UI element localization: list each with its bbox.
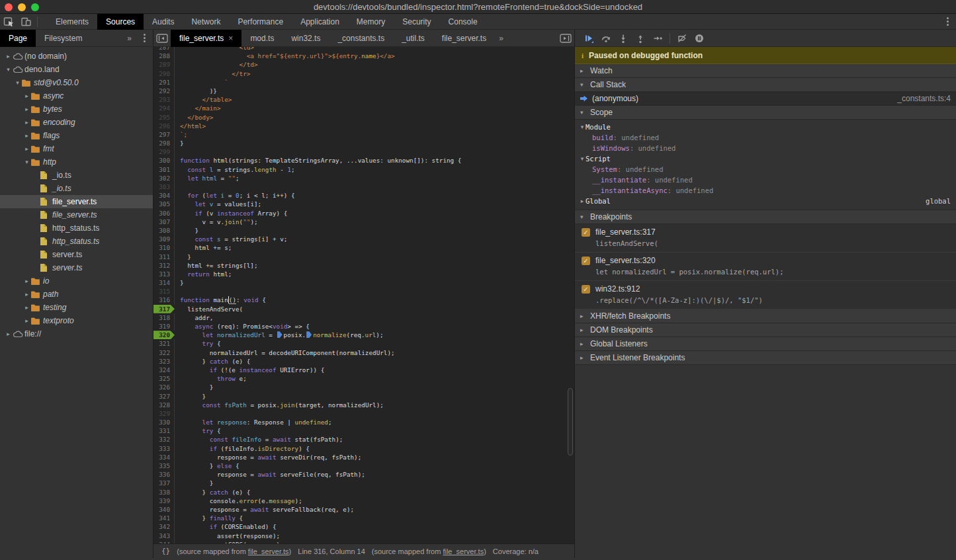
code-line-text[interactable]: } catch (e) { <box>175 488 250 497</box>
navigator-more-tabs-icon[interactable]: » <box>123 34 136 43</box>
editor-more-tabs-icon[interactable]: » <box>495 34 507 43</box>
line-number[interactable]: 334 <box>153 453 175 461</box>
code-line-text[interactable]: } <box>175 479 213 487</box>
line-number[interactable]: 300 <box>153 156 175 165</box>
code-line[interactable]: 325 throw e; <box>153 374 566 383</box>
tree-item-server.ts[interactable]: server.ts <box>0 248 153 261</box>
line-number[interactable]: 293 <box>153 95 175 104</box>
format-code-button[interactable]: {} <box>159 547 177 555</box>
code-line[interactable]: 339 console.error(e.message); <box>153 497 566 505</box>
code-line[interactable]: 317 listenAndServe( <box>153 305 566 313</box>
code-line-text[interactable]: html += s; <box>175 243 232 252</box>
scope-variable[interactable]: __instantiateAsync: undefined <box>575 185 956 196</box>
line-number[interactable]: 332 <box>153 435 175 444</box>
line-number[interactable]: 323 <box>153 357 175 366</box>
chevron-right-icon[interactable]: ▸ <box>22 317 31 324</box>
line-number[interactable]: 327 <box>153 392 175 401</box>
code-line-text[interactable]: listenAndServe( <box>175 305 243 313</box>
editor-tab-file_server.ts[interactable]: file_server.ts× <box>171 30 241 47</box>
code-line[interactable]: 338 } catch (e) { <box>153 488 566 497</box>
tree-item-_io.ts[interactable]: _io.ts <box>0 169 153 182</box>
deactivate-breakpoints-icon[interactable] <box>674 30 691 46</box>
line-number[interactable]: 291 <box>153 78 175 87</box>
line-number[interactable]: 312 <box>153 261 175 270</box>
code-line[interactable]: 335 } else { <box>153 461 566 470</box>
code-line-text[interactable]: </body> <box>175 113 213 122</box>
chevron-down-icon[interactable]: ▾ <box>22 159 31 165</box>
line-number[interactable]: 335 <box>153 461 175 470</box>
code-line[interactable]: 328 const fsPath = posix.join(target, no… <box>153 401 566 409</box>
code-line[interactable]: 334 response = await serveDir(req, fsPat… <box>153 453 566 461</box>
tab-console[interactable]: Console <box>440 14 486 30</box>
code-line[interactable]: 324 if (!(e instanceof URIError)) { <box>153 366 566 374</box>
code-line[interactable]: 309 const s = strings[i] + v; <box>153 235 566 243</box>
code-line-text[interactable]: assert(response); <box>175 532 280 540</box>
code-line[interactable]: 310 html += s; <box>153 243 566 252</box>
section-event-listener-breakpoints[interactable]: ▸Event Listener Breakpoints <box>575 351 956 365</box>
section-watch[interactable]: ▸Watch <box>575 64 956 78</box>
line-number[interactable]: 290 <box>153 69 175 78</box>
section-breakpoints[interactable]: ▾Breakpoints <box>575 210 956 224</box>
line-number[interactable]: 305 <box>153 200 175 208</box>
code-line-text[interactable]: } catch (e) { <box>175 357 250 366</box>
code-line[interactable]: 319 async (req): Promise<void> => { <box>153 322 566 331</box>
line-number[interactable]: 340 <box>153 505 175 514</box>
code-line[interactable]: 304 for (let i = 0; i < l; i++) { <box>153 191 566 200</box>
tree-item-encoding[interactable]: ▸encoding <box>0 116 153 129</box>
main-menu-icon[interactable] <box>939 14 956 30</box>
code-viewport[interactable]: 287 <td>288 <a href="${entry.url}">${ent… <box>153 47 566 543</box>
code-line[interactable]: 343 assert(response); <box>153 532 566 540</box>
code-line-text[interactable] <box>175 287 180 296</box>
code-line-text[interactable]: html += strings[l]; <box>175 261 258 270</box>
code-line-text[interactable]: } <box>175 139 184 147</box>
code-line-text[interactable]: for (let i = 0; i < l; i++) { <box>175 191 295 200</box>
code-line-text[interactable]: function main(): void { <box>175 296 266 304</box>
code-line[interactable]: 322 normalizedUrl = decodeURIComponent(n… <box>153 348 566 357</box>
code-line[interactable]: 320 let normalizedUrl = posix.normalize(… <box>153 331 566 339</box>
device-toolbar-icon[interactable] <box>17 14 34 30</box>
line-number[interactable]: 310 <box>153 243 175 252</box>
line-number[interactable]: 303 <box>153 182 175 191</box>
code-line[interactable]: 306 if (v instanceof Array) { <box>153 209 566 218</box>
breakpoint-checkbox[interactable]: ✓ <box>582 257 590 265</box>
section-xhr-fetch-breakpoints[interactable]: ▸XHR/fetch Breakpoints <box>575 309 956 323</box>
scope-variable[interactable]: isWindows: undefined <box>575 143 956 153</box>
section-scope[interactable]: ▾Scope <box>575 106 956 120</box>
tab-sources[interactable]: Sources <box>97 14 144 30</box>
line-number[interactable]: 298 <box>153 139 175 147</box>
code-line-text[interactable]: } <box>175 392 206 401</box>
code-line[interactable]: 295 </body> <box>153 113 566 122</box>
line-number[interactable]: 325 <box>153 374 175 383</box>
line-number[interactable]: 296 <box>153 122 175 130</box>
navigator-menu-icon[interactable] <box>136 30 153 46</box>
code-line[interactable]: 315 <box>153 287 566 296</box>
tree-item-no-domain[interactable]: ▸(no domain) <box>0 50 153 63</box>
editor-tab-file_server.ts[interactable]: file_server.ts <box>433 30 495 47</box>
line-number[interactable]: 289 <box>153 60 175 69</box>
source-map-link[interactable]: file_server.ts <box>443 547 484 555</box>
line-number[interactable]: 316 <box>153 296 175 304</box>
chevron-right-icon[interactable]: ▸ <box>22 278 31 284</box>
line-number[interactable]: 329 <box>153 409 175 418</box>
code-line-text[interactable] <box>175 409 180 418</box>
code-line-text[interactable] <box>175 182 180 191</box>
line-number[interactable]: 309 <box>153 235 175 243</box>
code-line[interactable]: 332 const fileInfo = await stat(fsPath); <box>153 435 566 444</box>
code-line[interactable]: 291 ` <box>153 78 566 87</box>
code-line[interactable]: 297`; <box>153 130 566 139</box>
code-line[interactable]: 300function html(strings: TemplateString… <box>153 156 566 165</box>
code-line-text[interactable]: <td> <box>175 47 254 52</box>
code-line[interactable]: 290 </tr> <box>153 69 566 78</box>
code-line[interactable]: 303 <box>153 182 566 191</box>
line-number[interactable]: 326 <box>153 383 175 391</box>
line-number[interactable]: 337 <box>153 479 175 487</box>
line-number[interactable]: 308 <box>153 226 175 235</box>
code-line[interactable]: 331 try { <box>153 426 566 435</box>
call-stack-frame[interactable]: (anonymous)_constants.ts:4 <box>575 92 956 106</box>
code-line-text[interactable]: } else { <box>175 461 239 470</box>
code-line-text[interactable]: } <box>175 278 184 287</box>
continue-to-here-marker[interactable] <box>306 331 312 338</box>
code-line-text[interactable]: } <box>175 226 198 235</box>
line-number[interactable]: 328 <box>153 401 175 409</box>
scope-group-global[interactable]: ▸Globalglobal <box>575 196 956 206</box>
